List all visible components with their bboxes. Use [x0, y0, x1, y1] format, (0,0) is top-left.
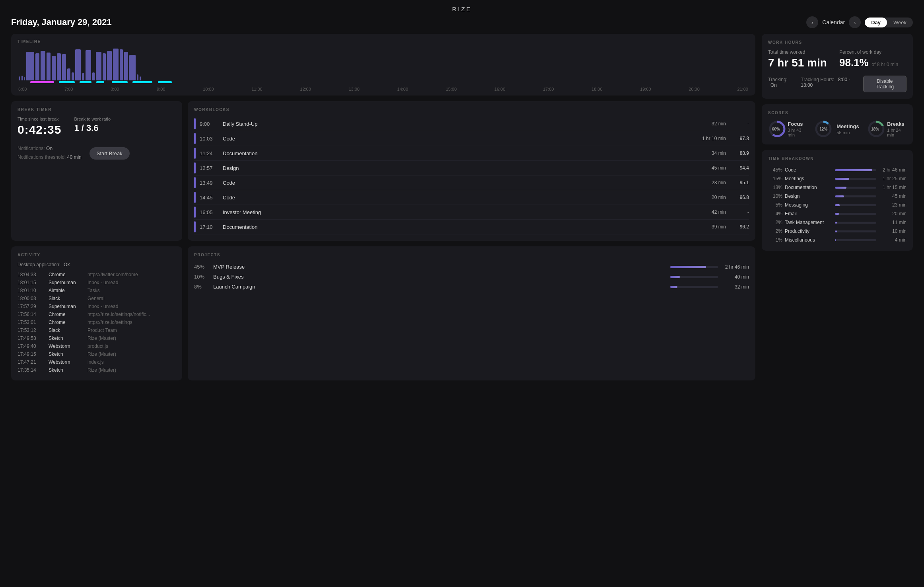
- activity-row: 17:49:58 Sketch Rize (Master): [18, 334, 176, 342]
- breakdown-pct: 10%: [768, 193, 782, 199]
- breakdown-row: 1% Miscellaneous 4 min: [768, 236, 906, 244]
- breakdown-bar: [835, 213, 876, 215]
- breakdown-time: 20 min: [879, 211, 906, 216]
- activity-app: Superhuman: [49, 280, 84, 285]
- activity-detail: Rize (Master): [88, 351, 176, 357]
- activity-time: 17:47:21: [18, 359, 45, 365]
- activity-time: 17:49:15: [18, 351, 45, 357]
- workblock-name: Code: [223, 195, 691, 201]
- activity-row: 17:56:14 Chrome https://rize.io/settings…: [18, 310, 176, 318]
- next-button[interactable]: ›: [849, 16, 861, 28]
- workblock-name: Daily Stand-Up: [223, 121, 691, 127]
- workblock-time: 13:49: [200, 180, 220, 186]
- breakdown-name: Miscellaneous: [785, 237, 833, 243]
- projects-panel: PROJECTS 45% MVP Release 2 hr 46 min 10%…: [188, 246, 755, 380]
- activity-time: 18:04:33: [18, 272, 45, 277]
- break-timer-title: BREAK TIMER: [18, 107, 176, 112]
- start-break-button[interactable]: Start Break: [89, 147, 130, 160]
- activity-detail: Inbox - unread: [88, 304, 176, 309]
- activity-detail: General: [88, 296, 176, 301]
- workblock-duration: 34 min: [694, 150, 726, 156]
- disable-tracking-button[interactable]: Disable Tracking: [863, 76, 906, 92]
- workblock-duration: 45 min: [694, 165, 726, 171]
- prev-button[interactable]: ‹: [806, 16, 818, 28]
- breakdown-bar: [835, 178, 876, 180]
- project-row: 10% Bugs & Fixes 40 min: [194, 272, 749, 282]
- workblock-time: 10:03: [200, 136, 220, 142]
- project-time: 32 min: [721, 284, 749, 290]
- breakdown-pct: 2%: [768, 228, 782, 234]
- timeline-title: TIMELINE: [18, 39, 749, 44]
- workblock-time: 17:10: [200, 224, 220, 230]
- week-view-button[interactable]: Week: [887, 18, 913, 27]
- activity-time: 18:01:10: [18, 288, 45, 293]
- workblock-score: -: [729, 209, 749, 215]
- score-name: Focus: [788, 121, 806, 127]
- score-name: Meetings: [836, 123, 859, 129]
- workblock-duration: 1 hr 10 min: [694, 136, 726, 141]
- breakdown-time: 10 min: [879, 228, 906, 234]
- workblock-dot: [194, 207, 196, 218]
- workblock-score: 94.4: [729, 165, 749, 171]
- breakdown-name: Meetings: [785, 176, 833, 181]
- timeline-panel: TIMELINE 6:007:008:009:0010:0011:0012:00…: [11, 34, 755, 96]
- activity-detail: Rize (Master): [88, 335, 176, 341]
- breakdown-bar: [835, 195, 876, 197]
- project-row: 8% Launch Campaign 32 min: [194, 282, 749, 292]
- workblock-name: Documentation: [223, 224, 691, 230]
- breakdown-pct: 4%: [768, 211, 782, 216]
- breakdown-name: Productivity: [785, 228, 833, 234]
- projects-table: 45% MVP Release 2 hr 46 min 10% Bugs & F…: [194, 262, 749, 292]
- projects-title: PROJECTS: [194, 253, 749, 257]
- breakdown-time: 11 min: [879, 220, 906, 225]
- project-bar: [670, 266, 718, 268]
- workblock-dot: [194, 177, 196, 188]
- score-pct: 60%: [772, 127, 780, 131]
- desktop-app-status: Desktop application: Ok: [18, 262, 176, 267]
- project-name: Launch Campaign: [213, 284, 667, 290]
- workblock-row: 10:03 Code 1 hr 10 min 97.3: [194, 131, 749, 146]
- scores-row: 60% Focus 3 hr 43 min 12% Meetings 55 mi…: [768, 120, 906, 138]
- total-value: 7 hr 51 min: [768, 57, 835, 69]
- activity-time: 18:00:03: [18, 296, 45, 301]
- workblocks-table: 9:00 Daily Stand-Up 32 min - 10:03 Code …: [194, 117, 749, 234]
- activity-detail: Product Team: [88, 328, 176, 333]
- project-pct: 10%: [194, 274, 210, 280]
- breakdown-row: 2% Productivity 10 min: [768, 227, 906, 236]
- workblock-duration: 23 min: [694, 180, 726, 185]
- breakdown-time: 1 hr 25 min: [879, 176, 906, 181]
- activity-time: 17:49:58: [18, 335, 45, 341]
- activity-time: 17:53:12: [18, 328, 45, 333]
- score-name: Breaks: [887, 121, 906, 127]
- score-time: 3 hr 43 min: [788, 128, 806, 137]
- pct-value: 98.1%: [839, 57, 869, 68]
- breakdown-bar: [835, 222, 876, 224]
- activity-time: 17:49:40: [18, 343, 45, 349]
- activity-detail: Tasks: [88, 288, 176, 293]
- breakdown-time: 4 min: [879, 237, 906, 243]
- breakdown-row: 5% Messaging 23 min: [768, 201, 906, 209]
- workblock-duration: 32 min: [694, 121, 726, 127]
- day-view-button[interactable]: Day: [865, 18, 887, 27]
- breakdown-bar: [835, 169, 876, 171]
- activity-app: Chrome: [49, 272, 84, 277]
- score-pct: 12%: [819, 127, 827, 131]
- activity-row: 17:49:15 Sketch Rize (Master): [18, 350, 176, 358]
- activity-app: Chrome: [49, 312, 84, 317]
- hours-label: Tracking Hours:: [801, 77, 834, 82]
- pct-sub: of 8 hr 0 min: [871, 62, 898, 67]
- workblock-row: 9:00 Daily Stand-Up 32 min -: [194, 117, 749, 131]
- breakdown-bar: [835, 239, 876, 241]
- breakdown-name: Email: [785, 211, 833, 216]
- activity-time: 17:56:14: [18, 312, 45, 317]
- breakdown-name: Documentation: [785, 185, 833, 190]
- project-bar: [670, 276, 718, 278]
- timeline-labels: 6:007:008:009:0010:0011:0012:0013:0014:0…: [18, 87, 749, 92]
- activity-app: Sketch: [49, 335, 84, 341]
- work-hours-title: WORK HOURS: [768, 40, 906, 45]
- workblock-time: 16:05: [200, 209, 220, 215]
- activity-time: 18:01:15: [18, 280, 45, 285]
- workblock-row: 11:24 Documentation 34 min 88.9: [194, 146, 749, 161]
- activity-time: 17:53:01: [18, 320, 45, 325]
- scores-title: SCORES: [768, 111, 906, 115]
